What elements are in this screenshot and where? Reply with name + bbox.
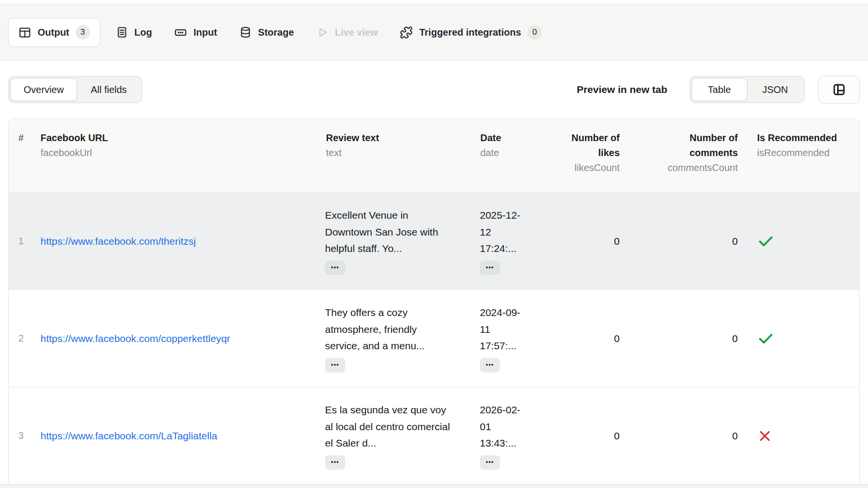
- format-toggle-table[interactable]: Table: [692, 78, 747, 101]
- tab-live-view: Live view: [316, 26, 378, 39]
- tab-output[interactable]: Output 3: [8, 18, 100, 47]
- header-likes-count[interactable]: Number of likes likesCount: [548, 119, 627, 192]
- top-strip: [0, 0, 868, 4]
- table-row[interactable]: 3 https://www.facebook.com/LaTagliatella…: [9, 387, 859, 484]
- likes-count-value: 0: [548, 387, 627, 484]
- bottom-strip: [0, 484, 868, 488]
- row-index: 2: [9, 290, 36, 387]
- play-icon: [316, 26, 329, 39]
- storage-icon: [239, 26, 252, 39]
- check-icon: [757, 233, 774, 250]
- row-index: 3: [9, 387, 36, 484]
- expand-review-text-button[interactable]: •••: [325, 455, 345, 470]
- table-row[interactable]: 2 https://www.facebook.com/copperkettley…: [9, 290, 859, 387]
- header-comments-count[interactable]: Number of comments commentsCount: [627, 119, 746, 192]
- is-recommended-cell: [746, 387, 859, 484]
- integrations-count-badge: 0: [528, 25, 542, 40]
- header-facebook-url[interactable]: Facebook URL facebookUrl: [36, 119, 321, 192]
- header-index: #: [9, 119, 36, 192]
- tab-storage-label: Storage: [258, 27, 294, 38]
- input-icon: [174, 26, 187, 39]
- table-icon: [18, 26, 31, 39]
- is-recommended-cell: [746, 290, 859, 387]
- format-toggle-json[interactable]: JSON: [747, 78, 803, 101]
- comments-count-value: 0: [627, 290, 746, 387]
- check-icon: [757, 330, 774, 347]
- view-toggle-all-fields[interactable]: All fields: [77, 78, 140, 101]
- likes-count-value: 0: [548, 290, 627, 387]
- column-settings-button[interactable]: [818, 76, 860, 104]
- comments-count-value: 0: [627, 193, 746, 290]
- results-table: # Facebook URL facebookUrl Review text t…: [8, 119, 860, 485]
- comments-count-value: 0: [627, 387, 746, 484]
- is-recommended-cell: [746, 193, 859, 290]
- header-review-text[interactable]: Review text text: [321, 119, 475, 192]
- review-text-value: They offers a cozy atmosphere, friendly …: [325, 304, 451, 354]
- tab-log-label: Log: [135, 27, 152, 38]
- dataset-toolbar: Overview All fields Preview in new tab T…: [0, 61, 868, 119]
- review-text-value: Es la segunda vez que voy al local del c…: [325, 402, 451, 451]
- table-body: 1 https://www.facebook.com/theritzsj Exc…: [9, 192, 859, 484]
- puzzle-icon: [400, 26, 413, 39]
- likes-count-value: 0: [548, 193, 627, 290]
- expand-date-button[interactable]: •••: [480, 455, 500, 470]
- expand-date-button[interactable]: •••: [480, 358, 500, 372]
- date-value: 2026-02-01 13:43:...: [480, 402, 528, 451]
- tab-output-label: Output: [38, 27, 69, 38]
- expand-review-text-button[interactable]: •••: [325, 358, 345, 372]
- expand-date-button[interactable]: •••: [480, 261, 500, 275]
- format-toggle: Table JSON: [690, 76, 805, 103]
- view-toggle: Overview All fields: [8, 76, 142, 103]
- tab-log[interactable]: Log: [116, 26, 152, 39]
- view-toggle-overview[interactable]: Overview: [10, 78, 77, 101]
- tab-triggered-integrations-label: Triggered integrations: [419, 27, 521, 38]
- facebook-url-link[interactable]: https://www.facebook.com/theritzsj: [41, 236, 196, 247]
- row-index: 1: [9, 193, 36, 290]
- table-columns-icon: [832, 82, 846, 97]
- facebook-url-link[interactable]: https://www.facebook.com/LaTagliatella: [41, 430, 217, 442]
- header-is-recommended[interactable]: Is Recommended isRecommended: [746, 119, 859, 192]
- tab-storage[interactable]: Storage: [239, 26, 294, 39]
- tab-input-label: Input: [193, 27, 217, 38]
- date-value: 2025-12-12 17:24:...: [480, 207, 528, 257]
- run-tab-bar: Output 3 Log Input Storage Live view Tri…: [0, 4, 868, 61]
- date-value: 2024-09-11 17:57:...: [480, 304, 528, 354]
- preview-in-new-tab-button[interactable]: Preview in new tab: [577, 84, 667, 95]
- tab-triggered-integrations[interactable]: Triggered integrations 0: [400, 25, 542, 40]
- x-icon: [757, 428, 773, 444]
- tab-input[interactable]: Input: [174, 26, 217, 39]
- log-icon: [116, 26, 128, 39]
- tab-live-view-label: Live view: [335, 27, 378, 38]
- expand-review-text-button[interactable]: •••: [325, 261, 345, 275]
- facebook-url-link[interactable]: https://www.facebook.com/copperkettleyqr: [41, 333, 230, 344]
- header-date[interactable]: Date date: [475, 119, 548, 192]
- review-text-value: Excellent Venue in Downtown San Jose wit…: [325, 207, 451, 257]
- table-row[interactable]: 1 https://www.facebook.com/theritzsj Exc…: [9, 192, 859, 290]
- output-count-badge: 3: [76, 25, 90, 40]
- table-header-row: # Facebook URL facebookUrl Review text t…: [9, 119, 859, 192]
